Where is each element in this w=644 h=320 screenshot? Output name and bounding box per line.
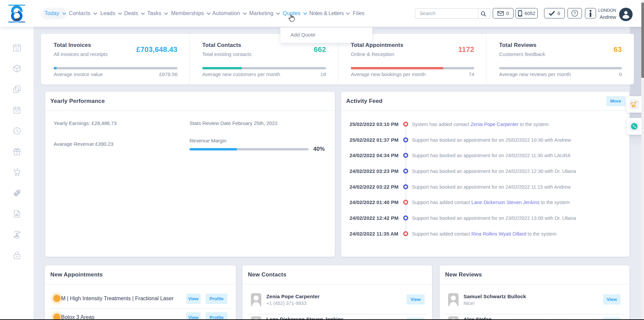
svg-text:12: 12	[15, 48, 18, 51]
svg-text:?: ?	[574, 11, 576, 16]
